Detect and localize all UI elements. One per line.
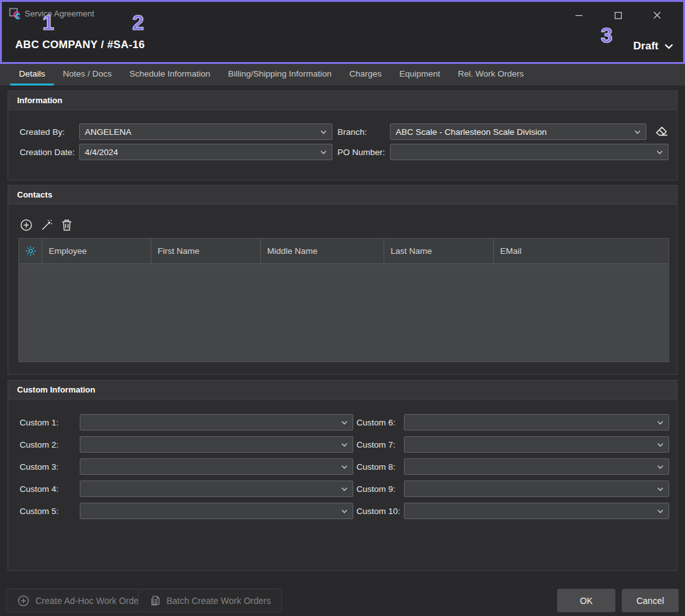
branch-combobox[interactable]: ABC Scale - Charlesteon Scale Division xyxy=(390,123,646,140)
branch-label: Branch: xyxy=(337,127,382,137)
tab-billing-shipping-information[interactable]: Billing/Shipping Information xyxy=(219,64,341,85)
custom-3-combobox[interactable] xyxy=(80,458,353,475)
info-row-1: Created By: ANGELENA Branch: ABC Scale -… xyxy=(20,123,670,140)
custom-2-label: Custom 2: xyxy=(20,440,80,449)
chevron-down-icon xyxy=(340,507,349,516)
documents-icon xyxy=(149,594,161,607)
chevron-down-icon xyxy=(340,418,349,427)
custom-row-4: Custom 4: Custom 9: xyxy=(20,481,669,497)
column-header-employee[interactable]: Employee xyxy=(42,239,151,263)
chevron-down-icon xyxy=(319,128,328,137)
contacts-panel: Contacts xyxy=(8,185,677,375)
chevron-down-icon xyxy=(319,148,328,157)
tab-details[interactable]: Details xyxy=(10,64,54,85)
minimize-button[interactable] xyxy=(569,7,588,23)
add-circle-icon xyxy=(17,594,30,607)
chevron-down-icon xyxy=(656,485,665,494)
cancel-button[interactable]: Cancel xyxy=(622,589,679,612)
chevron-down-icon xyxy=(663,41,674,52)
contacts-toolbar xyxy=(20,218,73,233)
chevron-down-icon xyxy=(656,463,665,472)
custom-7-combobox[interactable] xyxy=(404,436,669,453)
custom-5-label: Custom 5: xyxy=(20,506,80,516)
custom-1-combobox[interactable] xyxy=(80,414,353,431)
cancel-label: Cancel xyxy=(636,596,664,606)
information-panel: Information Created By: ANGELENA Branch:… xyxy=(8,91,677,180)
tab-rel-work-orders[interactable]: Rel. Work Orders xyxy=(449,64,532,85)
contacts-table-body-empty[interactable] xyxy=(19,264,669,361)
window-title: Service Agreement xyxy=(25,9,94,18)
chevron-down-icon xyxy=(340,463,349,472)
column-header-last-name[interactable]: Last Name xyxy=(384,239,494,263)
created-by-label: Created By: xyxy=(20,127,79,137)
custom-8-label: Custom 8: xyxy=(356,462,401,472)
custom-information-panel: Custom Information Custom 1: Custom 6: C… xyxy=(8,380,677,571)
po-number-label: PO Number: xyxy=(337,148,382,157)
eraser-icon xyxy=(653,123,670,140)
service-agreement-window: Service Agreement ABC COMPANY / #SA-16 D… xyxy=(0,0,685,616)
contacts-section-title: Contacts xyxy=(8,185,677,204)
info-row-2: Creation Date: 4/4/2024 PO Number: xyxy=(20,144,669,160)
chevron-down-icon xyxy=(656,507,665,516)
custom-row-5: Custom 5: Custom 10: xyxy=(20,503,669,519)
custom-1-label: Custom 1: xyxy=(20,418,80,427)
po-number-combobox[interactable] xyxy=(390,144,669,160)
custom-7-label: Custom 7: xyxy=(356,440,401,449)
chevron-down-icon xyxy=(340,485,349,494)
batch-create-work-orders-button[interactable]: Batch Create Work Orders xyxy=(138,589,282,612)
column-header-middle-name[interactable]: Middle Name xyxy=(261,239,384,263)
ok-label: OK xyxy=(580,596,593,606)
create-adhoc-work-order-button[interactable]: Create Ad-Hoc Work Order xyxy=(6,589,153,612)
sun-icon xyxy=(25,246,36,256)
custom-4-label: Custom 4: xyxy=(20,484,80,494)
annotation-2: 2 xyxy=(132,12,144,33)
custom-10-combobox[interactable] xyxy=(404,503,669,519)
contacts-table: Employee First Name Middle Name Last Nam… xyxy=(18,238,669,362)
close-button[interactable] xyxy=(648,7,667,23)
clear-branch-button[interactable] xyxy=(653,123,670,140)
column-header-email[interactable]: EMail xyxy=(494,239,669,263)
custom-9-combobox[interactable] xyxy=(404,481,669,497)
creation-date-label: Creation Date: xyxy=(20,148,79,157)
record-title: ABC COMPANY / #SA-16 xyxy=(15,39,145,51)
status-dropdown[interactable]: Draft xyxy=(633,39,674,54)
tab-schedule-information[interactable]: Schedule Information xyxy=(121,64,220,85)
custom-row-3: Custom 3: Custom 8: xyxy=(20,458,669,475)
custom-8-combobox[interactable] xyxy=(404,458,669,475)
ok-button[interactable]: OK xyxy=(557,589,615,612)
tab-notes-docs[interactable]: Notes / Docs xyxy=(54,64,120,85)
chevron-down-icon xyxy=(656,441,665,449)
create-adhoc-work-order-label: Create Ad-Hoc Work Order xyxy=(35,596,142,606)
annotation-3: 3 xyxy=(601,25,612,46)
delete-contact-button[interactable] xyxy=(60,218,73,232)
tab-charges[interactable]: Charges xyxy=(341,64,391,85)
custom-row-1: Custom 1: Custom 6: xyxy=(20,414,669,431)
annotation-1: 1 xyxy=(42,12,54,33)
column-chooser-cell[interactable] xyxy=(19,239,42,263)
custom-row-2: Custom 2: Custom 7: xyxy=(20,436,669,453)
custom-4-combobox[interactable] xyxy=(80,481,353,497)
information-section-title: Information xyxy=(8,91,677,110)
custom-5-combobox[interactable] xyxy=(80,503,353,519)
custom-2-combobox[interactable] xyxy=(80,436,353,453)
magic-wand-icon xyxy=(40,218,53,232)
custom-10-label: Custom 10: xyxy=(356,506,401,516)
edit-contact-button[interactable] xyxy=(40,218,53,232)
custom-6-combobox[interactable] xyxy=(404,414,669,431)
branch-value: ABC Scale - Charlesteon Scale Division xyxy=(396,127,547,137)
created-by-combobox[interactable]: ANGELENA xyxy=(79,123,332,140)
maximize-button[interactable] xyxy=(608,7,627,23)
custom-9-label: Custom 9: xyxy=(356,484,401,494)
tab-bar: Details Notes / Docs Schedule Informatio… xyxy=(0,64,685,85)
created-by-value: ANGELENA xyxy=(85,127,132,137)
creation-date-value: 4/4/2024 xyxy=(85,148,118,157)
trash-icon xyxy=(61,218,73,232)
add-contact-button[interactable] xyxy=(20,218,32,232)
tab-equipment[interactable]: Equipment xyxy=(391,64,449,85)
creation-date-combobox[interactable]: 4/4/2024 xyxy=(79,144,332,160)
column-header-first-name[interactable]: First Name xyxy=(151,239,261,263)
chevron-down-icon xyxy=(656,418,665,427)
custom-information-section-title: Custom Information xyxy=(8,380,677,399)
custom-6-label: Custom 6: xyxy=(356,418,401,427)
add-circle-icon xyxy=(20,218,33,232)
